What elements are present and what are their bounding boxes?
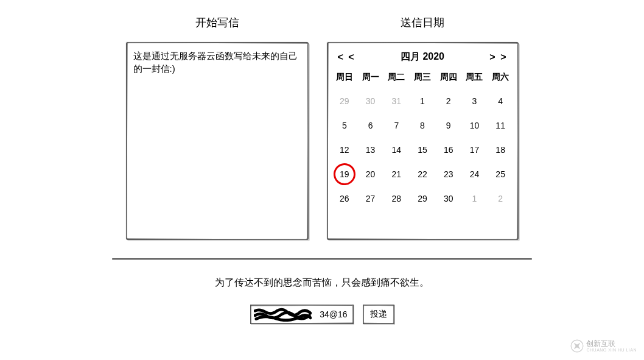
calendar-day[interactable]: 18 [488, 138, 514, 162]
calendar-day[interactable]: 29 [332, 89, 358, 113]
calendar-day[interactable]: 6 [357, 113, 383, 138]
calendar-day[interactable]: 30 [435, 186, 461, 211]
letter-title: 开始写信 [195, 15, 239, 30]
calendar-day[interactable]: 8 [410, 113, 436, 138]
calendar-dow: 周三 [410, 68, 436, 89]
calendar-day[interactable]: 27 [357, 186, 383, 211]
footer-text: 为了传达不到的思念而苦恼，只会感到痛不欲生。 [0, 277, 644, 289]
calendar-dow: 周二 [383, 68, 410, 89]
calendar-day[interactable]: 20 [357, 162, 383, 186]
calendar-day[interactable]: 30 [357, 89, 383, 113]
calendar-day[interactable]: 24 [461, 162, 488, 186]
calendar-day[interactable]: 23 [435, 162, 461, 186]
calendar-day[interactable]: 25 [488, 162, 514, 186]
calendar-box: < < 四月 2020 > > 周日周一周二周三周四周五周六 293031123… [327, 42, 519, 240]
calendar-day[interactable]: 21 [383, 162, 410, 186]
calendar-day[interactable]: 9 [435, 113, 461, 138]
calendar-day[interactable]: 5 [332, 113, 358, 138]
letter-box [126, 42, 309, 240]
calendar-day[interactable]: 14 [383, 138, 410, 162]
calendar-day[interactable]: 4 [488, 89, 514, 113]
watermark-cn: 创新互联 [586, 340, 637, 348]
calendar-day[interactable]: 15 [410, 138, 436, 162]
redaction-scribble [254, 307, 312, 322]
calendar-prev-button[interactable]: < < [338, 52, 355, 63]
calendar-days-grid: 2930311234567891011121314151617181920212… [332, 89, 514, 211]
calendar-day[interactable]: 22 [410, 162, 436, 186]
calendar-day[interactable]: 13 [357, 138, 383, 162]
svg-point-1 [576, 344, 579, 348]
calendar-dow-row: 周日周一周二周三周四周五周六 [332, 68, 514, 89]
calendar-month-label: 四月 2020 [401, 51, 444, 63]
watermark: 创新互联 CHUANG XIN HU LIAN [570, 339, 637, 353]
email-visible-text: 34@16 [320, 309, 347, 319]
letter-textarea[interactable] [133, 49, 301, 233]
calendar-day[interactable]: 2 [488, 186, 514, 211]
calendar-day[interactable]: 28 [383, 186, 410, 211]
send-button[interactable]: 投递 [363, 305, 394, 324]
calendar-day[interactable]: 11 [488, 113, 514, 138]
calendar-day[interactable]: 7 [383, 113, 410, 138]
calendar-day[interactable]: 16 [435, 138, 461, 162]
calendar-day[interactable]: 10 [461, 113, 488, 138]
calendar-day[interactable]: 26 [332, 186, 358, 211]
calendar-dow: 周六 [488, 68, 514, 89]
calendar-day[interactable]: 29 [410, 186, 436, 211]
watermark-logo-icon [570, 339, 584, 353]
calendar-day[interactable]: 3 [461, 89, 488, 113]
watermark-en: CHUANG XIN HU LIAN [586, 348, 637, 353]
calendar-dow: 周一 [357, 68, 383, 89]
calendar-dow: 周四 [435, 68, 461, 89]
calendar-day[interactable]: 1 [461, 186, 488, 211]
calendar-day[interactable]: 17 [461, 138, 488, 162]
calendar-day[interactable]: 12 [332, 138, 358, 162]
calendar-dow: 周日 [332, 68, 358, 89]
calendar-day[interactable]: 31 [383, 89, 410, 113]
divider [112, 258, 532, 259]
calendar-next-button[interactable]: > > [489, 52, 507, 63]
calendar-day[interactable]: 1 [410, 89, 436, 113]
calendar-day[interactable]: 2 [435, 89, 461, 113]
calendar-title: 送信日期 [401, 15, 444, 30]
email-input[interactable]: 34@16 [250, 305, 354, 324]
calendar-dow: 周五 [461, 68, 488, 89]
calendar-day[interactable]: 19 [332, 162, 358, 186]
